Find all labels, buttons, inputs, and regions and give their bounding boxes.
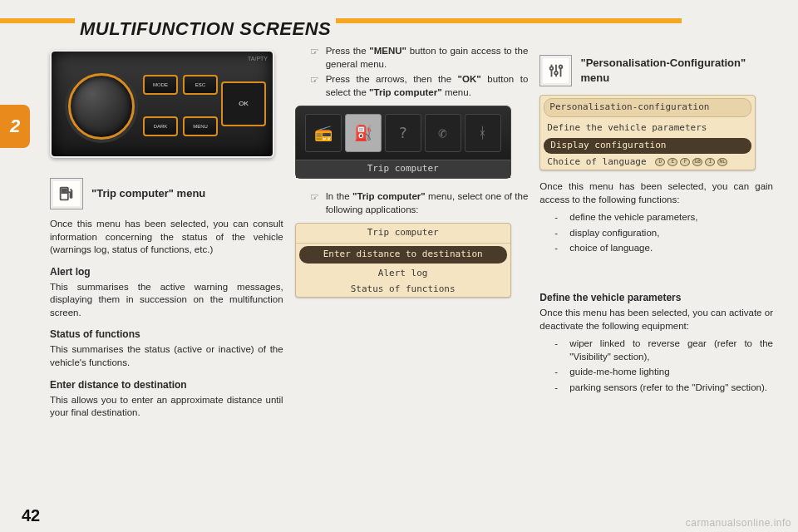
rotary-dial (68, 73, 135, 140)
menu-button: MENU (183, 116, 218, 136)
page-title: MULTIFUNCTION SCREENS (75, 18, 336, 40)
screen2-row-alert: Alert log (296, 266, 510, 282)
svg-point-7 (559, 66, 563, 69)
screen2-title: Trip computer (296, 224, 510, 244)
ta-pty-label: TA/PTY (248, 55, 268, 62)
flag-icon: E (667, 158, 677, 166)
equipment-list: -wiper linked to reverse gear (refer to … (539, 337, 773, 394)
flag-icon: I (705, 158, 715, 166)
flag-icon: NL (717, 158, 727, 166)
manual-page: MULTIFUNCTION SCREENS 2 42 carmanualsonl… (0, 0, 798, 532)
step1-bold: "MENU" (369, 46, 406, 56)
mode-button: MODE (143, 75, 178, 95)
step3-pre: In the (326, 191, 352, 201)
screen3-selected: Display configuration (544, 138, 751, 154)
fuel-pump-icon (50, 178, 83, 209)
control-panel-photo: TA/PTY MODE DARK ESC MENU (50, 50, 274, 158)
flag-icon: D (655, 158, 665, 166)
enter-distance-heading: Enter distance to destination (50, 378, 283, 392)
watermark: carmanualsonline.info (686, 517, 791, 529)
content-columns: TA/PTY MODE DARK ESC MENU "Trip computer… (50, 45, 773, 502)
equip2-text: guide-me-home lighting (569, 366, 669, 379)
define-params-body: Once this menu has been selected, you ca… (539, 307, 773, 332)
steps-list-2: ☞ In the "Trip computer" menu, select on… (295, 190, 529, 216)
screen2-row-status: Status of functions (296, 282, 510, 298)
screen2-selected: Enter distance to destination (299, 246, 507, 264)
dash-bullet: - (554, 337, 563, 363)
func-display: -display configuration, (554, 227, 773, 240)
func2-text: display configuration, (569, 227, 659, 240)
alert-log-body: This summarises the active warning messa… (50, 281, 283, 320)
icon-row: 📻 ⛽ ? ✆ ᚼ (296, 106, 510, 160)
svg-rect-1 (62, 190, 67, 194)
func3-text: choice of language. (569, 242, 653, 255)
step-1-text: Press the "MENU" button to gain access t… (326, 45, 529, 71)
step2-post: menu. (442, 87, 471, 97)
enter-distance-body: This allows you to enter an approximate … (50, 394, 283, 420)
trip-computer-intro: Once this menu has been selected, you ca… (50, 218, 283, 257)
dash-bullet: - (554, 366, 563, 379)
screen1-label: Trip computer (296, 160, 510, 178)
phone-icon: ✆ (425, 114, 461, 152)
define-params-heading: Define the vehicle parameters (539, 291, 773, 304)
esc-button: ESC (183, 75, 218, 95)
svg-point-5 (554, 71, 558, 75)
equip-parking: -parking sensors (refer to the "Driving"… (554, 382, 773, 395)
step2-bold2: "Trip computer" (369, 87, 442, 97)
alert-log-heading: Alert log (50, 265, 283, 278)
step1-pre: Press the (326, 46, 370, 56)
column-middle: ☞ Press the "MENU" button to gain access… (295, 45, 529, 502)
steps-list-1: ☞ Press the "MENU" button to gain access… (295, 45, 529, 99)
dash-bullet: - (554, 382, 563, 395)
func-define: -define the vehicle parameters, (554, 211, 773, 224)
language-flags: D E F GB I NL (655, 158, 727, 166)
column-left: TA/PTY MODE DARK ESC MENU "Trip computer… (50, 45, 283, 502)
screen-trip-menu: Trip computer Enter distance to destinat… (295, 223, 511, 298)
screen3-title: Personalisation-configuration (544, 98, 751, 117)
equip1-text: wiper linked to reverse gear (refer to t… (569, 337, 773, 363)
pointer-icon: ☞ (310, 190, 319, 216)
sliders-icon (539, 55, 572, 86)
equip-guide: -guide-me-home lighting (554, 366, 773, 379)
ok-dpad (221, 81, 266, 126)
step-3-text: In the "Trip computer" menu, select one … (326, 190, 529, 216)
status-body: This summarises the status (active or in… (50, 343, 283, 369)
flag-icon: F (680, 158, 690, 166)
step2-pre: Press the arrows, then the (326, 74, 458, 84)
bluetooth-icon: ᚼ (465, 114, 501, 152)
dash-bullet: - (554, 227, 563, 240)
func-language: -choice of language. (554, 242, 773, 255)
step-1: ☞ Press the "MENU" button to gain access… (310, 45, 529, 71)
screen-personalisation: Personalisation-configuration Define the… (539, 95, 756, 170)
step-3: ☞ In the "Trip computer" menu, select on… (310, 190, 529, 216)
screen3-row-define: Define the vehicle parameters (540, 121, 755, 136)
flag-icon: GB (692, 158, 702, 166)
spacer (539, 258, 773, 283)
equip-wiper: -wiper linked to reverse gear (refer to … (554, 337, 773, 363)
personalisation-title: "Personalisation-Configuration" menu (580, 56, 773, 85)
screen3-language-text: Choice of language (547, 156, 646, 167)
func1-text: define the vehicle parameters, (569, 211, 697, 224)
pointer-icon: ☞ (310, 73, 319, 99)
fuel-icon: ⛽ (345, 114, 382, 152)
screen3-row-language: Choice of language D E F GB I NL (540, 155, 755, 170)
dash-bullet: - (554, 242, 563, 255)
dark-button: DARK (143, 116, 178, 136)
step-2: ☞ Press the arrows, then the "OK" button… (310, 73, 529, 99)
screen-trip-icons: 📻 ⛽ ? ✆ ᚼ Trip computer (295, 106, 511, 179)
personalisation-heading: "Personalisation-Configuration" menu (539, 55, 773, 86)
svg-point-3 (550, 66, 554, 70)
trip-computer-heading: "Trip computer" menu (50, 178, 283, 209)
equip3-text: parking sensors (refer to the "Driving" … (569, 382, 767, 395)
step3-bold: "Trip computer" (352, 191, 426, 201)
chapter-tab: 2 (0, 105, 30, 148)
step2-bold1: "OK" (458, 74, 481, 84)
personalisation-functions: -define the vehicle parameters, -display… (539, 211, 773, 255)
trip-computer-title: "Trip computer" menu (91, 186, 205, 201)
dash-bullet: - (554, 211, 563, 224)
settings-sliders-icon: ? (385, 114, 421, 152)
page-number: 42 (22, 506, 40, 525)
step-2-text: Press the arrows, then the "OK" button t… (326, 73, 529, 99)
pointer-icon: ☞ (310, 45, 319, 71)
personalisation-intro: Once this menu has been selected, you ca… (539, 180, 773, 206)
